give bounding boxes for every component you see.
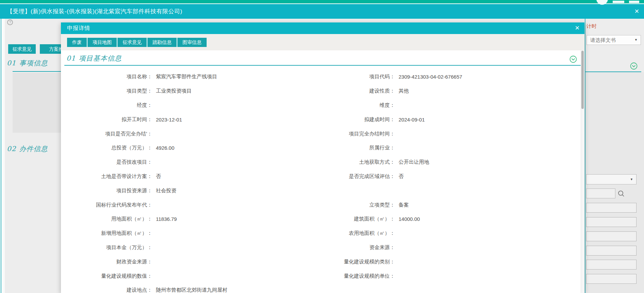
field-label: 总投资（万元）：	[61, 145, 152, 151]
field-label: 所属行业：	[264, 145, 395, 151]
field-value: 紫宸汽车零部件生产线项目	[152, 74, 264, 80]
field-label: 立项类型：	[264, 202, 395, 208]
field-label: 土地是否带设计方案：	[61, 173, 152, 180]
field-label: 项目本金（万元）：	[61, 244, 152, 251]
chevron-down-icon: ▼	[630, 175, 633, 184]
form-row: 新增用地面积（㎡）：农用地面积（㎡）：	[61, 226, 580, 241]
field-label: 建筑面积（㎡）：	[264, 216, 395, 222]
form-row: 项目是否完全办结'：项目完全办结时间：	[61, 127, 580, 141]
field-label: 项目名称：	[61, 74, 152, 80]
field-label: 项目完全办结时间：	[264, 131, 395, 137]
field-label: 量化建设规模的数值：	[61, 273, 152, 279]
form-row: 国标行业代码发布年代：立项类型：备案	[61, 198, 580, 212]
declaration-detail-modal: 申报详情 ✕ 作废项目地图征求意见踏勘信息图审信息 01项目基本信息 项目名称：…	[61, 22, 584, 293]
form-row: 项目类型：工业类投资项目建设性质：其他	[61, 84, 580, 98]
field-label: 建设地点：	[61, 287, 152, 293]
field-label: 用地面积（㎡）：	[61, 216, 152, 222]
field-label: 资金来源：	[264, 244, 395, 251]
left-border-line	[1, 19, 1, 293]
section-number: 01	[66, 54, 76, 62]
modal-tab-1[interactable]: 项目地图	[87, 38, 117, 47]
modal-tab-0[interactable]: 作废	[67, 38, 87, 47]
modal-tab-strip: 作废项目地图征求意见踏勘信息图审信息	[61, 34, 584, 50]
window-close-icon[interactable]: ✕	[634, 8, 639, 15]
modal-body: 01项目基本信息 项目名称：紫宸汽车零部件生产线项目项目代码：2309-4213…	[61, 50, 584, 293]
text-input[interactable]	[586, 274, 637, 284]
form-row: 是否技改项目：土地获取方式：公开出让用地	[61, 155, 580, 169]
timer-label: 计时	[586, 23, 597, 30]
form-row: 量化建设规模的数值：量化建设规模的单位：	[61, 269, 580, 283]
field-label: 项目投资来源：	[61, 188, 152, 194]
right-panel-select[interactable]: ▼	[586, 174, 637, 184]
field-label: 农用地面积（㎡）：	[264, 230, 395, 237]
form-row: 财政资金来源：量化建设规模的类别：	[61, 255, 580, 269]
form-row: 项目投资来源：社会投资	[61, 183, 580, 198]
bg-section-matter-info: 01事项信息	[7, 59, 48, 68]
section-title-text: 项目基本信息	[79, 54, 122, 62]
field-label: 是否技改项目：	[61, 159, 152, 165]
form-row: 用地面积（㎡）：11836.79建筑面积（㎡）：14000.00	[61, 212, 580, 226]
modal-header: 申报详情 ✕	[61, 22, 584, 34]
modal-tabs: 作废项目地图征求意见踏勘信息图审信息	[67, 38, 207, 47]
field-value: 备案	[395, 202, 580, 208]
form-row: 项目本金（万元）：资金来源：	[61, 241, 580, 255]
section-title-text: 事项信息	[19, 59, 48, 67]
field-value: 2309-421303-04-02-676657	[395, 74, 580, 80]
document-select-value: 请选择文书	[590, 37, 616, 43]
field-label: 项目类型：	[61, 88, 152, 94]
text-input[interactable]	[586, 203, 637, 213]
window-title-bar: 【受理】(新)供水报装-(供水报装)(湖北紫宸汽车部件科技有限公司) ✕	[0, 4, 644, 19]
field-label: 项目是否完全办结'：	[61, 131, 152, 137]
text-input[interactable]	[586, 246, 637, 256]
modal-tab-4[interactable]: 图审信息	[177, 38, 207, 47]
collapse-section-icon[interactable]	[569, 55, 577, 63]
form-row: 拟开工时间：2023-12-01拟建成时间：2024-09-01	[61, 112, 580, 127]
field-label: 建设性质：	[264, 88, 395, 94]
field-value: 工业类投资项目	[152, 88, 264, 94]
right-panel-search-input[interactable]	[586, 189, 615, 198]
window-title: 【受理】(新)供水报装-(供水报装)(湖北紫宸汽车部件科技有限公司)	[7, 4, 182, 19]
field-value: 14000.00	[395, 216, 580, 222]
section-underline	[64, 65, 584, 66]
right-section-underline	[585, 71, 641, 72]
field-value: 2023-12-01	[152, 117, 264, 123]
document-select[interactable]: 请选择文书▼	[586, 35, 641, 45]
form-row: 土地是否带设计方案：否是否完成区域评估：否	[61, 169, 580, 184]
modal-tab-3[interactable]: 踏勘信息	[147, 38, 177, 47]
consult-opinion-button[interactable]: 征求意见	[8, 44, 36, 54]
text-input[interactable]	[586, 217, 637, 227]
field-value: 公开出让用地	[395, 159, 580, 165]
right-panel-border-line	[585, 19, 585, 293]
section-number: 02	[7, 145, 16, 153]
scrollbar-thumb[interactable]	[581, 51, 584, 109]
modal-title: 申报详情	[67, 22, 90, 34]
field-value: 2024-09-01	[395, 117, 580, 123]
help-icon[interactable]: ?	[7, 19, 13, 25]
form-row: 经度：维度：	[61, 98, 580, 113]
search-icon[interactable]	[617, 190, 625, 197]
username-text-fragment	[613, 1, 624, 3]
field-value: 否	[152, 173, 264, 180]
field-label: 财政资金来源：	[61, 259, 152, 265]
username-text-fragment	[629, 1, 639, 3]
form-row: 总投资（万元）：4926.00所属行业：	[61, 141, 580, 155]
collapse-section-icon[interactable]	[630, 62, 638, 70]
field-label: 经度：	[61, 102, 152, 109]
section-title-text: 办件信息	[19, 145, 48, 152]
modal-scrollbar[interactable]	[581, 50, 584, 293]
text-input[interactable]	[586, 231, 637, 241]
modal-section-project-basic-info: 01项目基本信息	[66, 54, 122, 63]
modal-tab-2[interactable]: 征求意见	[117, 38, 147, 47]
field-label: 是否完成区域评估：	[264, 173, 395, 180]
form-row: 项目名称：紫宸汽车零部件生产线项目项目代码：2309-421303-04-02-…	[61, 70, 580, 84]
modal-close-icon[interactable]: ✕	[575, 25, 580, 31]
field-label: 拟建成时间：	[264, 116, 395, 123]
field-value: 随州市曾都区北郊街道九间屋村	[152, 287, 264, 293]
field-value: 否	[395, 173, 580, 180]
section-underline	[13, 71, 61, 72]
field-label: 拟开工时间：	[61, 116, 152, 123]
field-label: 量化建设规模的单位：	[264, 273, 395, 279]
field-value: 其他	[395, 88, 580, 94]
text-input[interactable]	[586, 260, 637, 270]
chevron-down-icon: ▼	[634, 35, 638, 45]
